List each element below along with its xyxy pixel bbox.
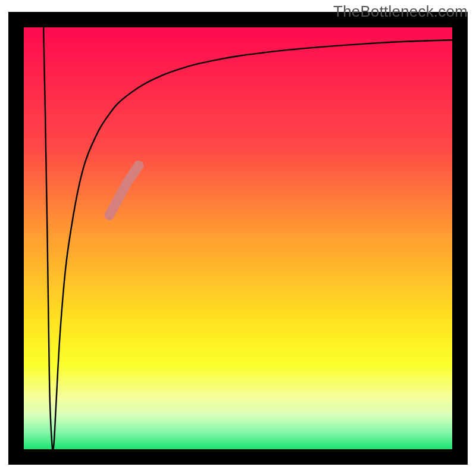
watermark-text: TheBottleneck.com	[333, 2, 468, 21]
bottleneck-chart	[0, 0, 476, 476]
highlight-dot	[133, 161, 143, 171]
plot-background-gradient	[24, 27, 452, 449]
chart-stage: TheBottleneck.com	[0, 0, 476, 476]
